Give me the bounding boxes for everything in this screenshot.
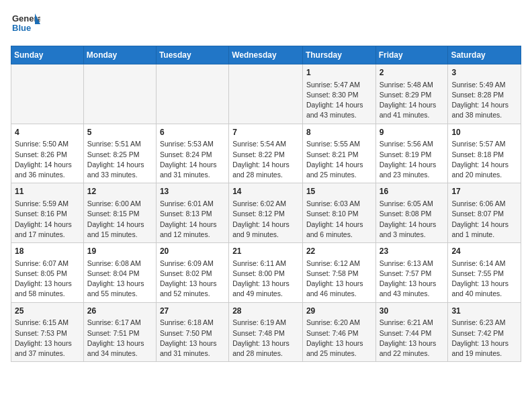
weekday-header-monday: Monday bbox=[83, 46, 156, 64]
day-detail: Sunrise: 6:07 AMSunset: 8:05 PMDaylight:… bbox=[15, 259, 81, 300]
day-detail: Sunrise: 6:21 AMSunset: 7:44 PMDaylight:… bbox=[380, 318, 445, 359]
calendar-cell: 13Sunrise: 6:01 AMSunset: 8:13 PMDayligh… bbox=[156, 183, 228, 243]
calendar-cell: 17Sunrise: 6:06 AMSunset: 8:07 PMDayligh… bbox=[448, 183, 521, 243]
svg-text:Blue: Blue bbox=[12, 23, 31, 33]
day-detail: Sunrise: 5:56 AMSunset: 8:19 PMDaylight:… bbox=[380, 139, 445, 180]
weekday-header-saturday: Saturday bbox=[448, 46, 521, 64]
day-detail: Sunrise: 6:12 AMSunset: 7:58 PMDaylight:… bbox=[306, 259, 373, 300]
day-detail: Sunrise: 6:15 AMSunset: 7:53 PMDaylight:… bbox=[15, 318, 81, 359]
calendar-cell: 23Sunrise: 6:13 AMSunset: 7:57 PMDayligh… bbox=[375, 243, 448, 303]
calendar-cell: 19Sunrise: 6:08 AMSunset: 8:04 PMDayligh… bbox=[83, 243, 156, 303]
calendar-week-row: 1Sunrise: 5:47 AMSunset: 8:30 PMDaylight… bbox=[11, 64, 521, 124]
day-detail: Sunrise: 5:50 AMSunset: 8:26 PMDaylight:… bbox=[15, 139, 81, 180]
weekday-header-thursday: Thursday bbox=[302, 46, 375, 64]
day-number: 8 bbox=[306, 127, 373, 138]
day-number: 28 bbox=[232, 306, 300, 317]
day-number: 6 bbox=[160, 127, 226, 138]
day-detail: Sunrise: 6:20 AMSunset: 7:46 PMDaylight:… bbox=[306, 318, 373, 359]
calendar-cell: 31Sunrise: 6:23 AMSunset: 7:42 PMDayligh… bbox=[448, 302, 521, 362]
day-detail: Sunrise: 6:00 AMSunset: 8:15 PMDaylight:… bbox=[87, 199, 153, 240]
weekday-header-friday: Friday bbox=[375, 46, 448, 64]
day-detail: Sunrise: 5:54 AMSunset: 8:22 PMDaylight:… bbox=[232, 139, 300, 180]
day-detail: Sunrise: 6:13 AMSunset: 7:57 PMDaylight:… bbox=[380, 259, 445, 300]
calendar-cell: 3Sunrise: 5:49 AMSunset: 8:28 PMDaylight… bbox=[448, 64, 521, 124]
day-detail: Sunrise: 6:11 AMSunset: 8:00 PMDaylight:… bbox=[232, 259, 300, 300]
calendar-cell: 22Sunrise: 6:12 AMSunset: 7:58 PMDayligh… bbox=[302, 243, 375, 303]
calendar-cell: 15Sunrise: 6:03 AMSunset: 8:10 PMDayligh… bbox=[302, 183, 375, 243]
day-detail: Sunrise: 5:51 AMSunset: 8:25 PMDaylight:… bbox=[87, 139, 153, 180]
day-number: 2 bbox=[380, 67, 445, 79]
day-detail: Sunrise: 6:18 AMSunset: 7:50 PMDaylight:… bbox=[160, 318, 226, 359]
day-number: 23 bbox=[380, 246, 445, 257]
calendar-cell: 18Sunrise: 6:07 AMSunset: 8:05 PMDayligh… bbox=[11, 243, 84, 303]
day-number: 24 bbox=[451, 246, 518, 257]
day-detail: Sunrise: 6:19 AMSunset: 7:48 PMDaylight:… bbox=[232, 318, 300, 359]
calendar-cell: 9Sunrise: 5:56 AMSunset: 8:19 PMDaylight… bbox=[375, 124, 448, 183]
day-number: 18 bbox=[15, 246, 81, 257]
day-detail: Sunrise: 6:17 AMSunset: 7:51 PMDaylight:… bbox=[87, 318, 153, 359]
day-detail: Sunrise: 6:08 AMSunset: 8:04 PMDaylight:… bbox=[87, 259, 153, 300]
calendar-cell: 8Sunrise: 5:55 AMSunset: 8:21 PMDaylight… bbox=[302, 124, 375, 183]
day-number: 30 bbox=[380, 306, 445, 317]
day-number: 11 bbox=[15, 186, 81, 197]
day-detail: Sunrise: 6:02 AMSunset: 8:12 PMDaylight:… bbox=[232, 199, 300, 240]
day-number: 26 bbox=[87, 306, 153, 317]
calendar-cell: 29Sunrise: 6:20 AMSunset: 7:46 PMDayligh… bbox=[302, 302, 375, 362]
calendar-cell: 20Sunrise: 6:09 AMSunset: 8:02 PMDayligh… bbox=[156, 243, 228, 303]
calendar-cell: 1Sunrise: 5:47 AMSunset: 8:30 PMDaylight… bbox=[302, 64, 375, 124]
day-number: 10 bbox=[451, 127, 518, 138]
calendar-cell: 6Sunrise: 5:53 AMSunset: 8:24 PMDaylight… bbox=[156, 124, 228, 183]
calendar-cell: 11Sunrise: 5:59 AMSunset: 8:16 PMDayligh… bbox=[11, 183, 84, 243]
day-detail: Sunrise: 5:53 AMSunset: 8:24 PMDaylight:… bbox=[160, 139, 226, 180]
calendar-cell: 12Sunrise: 6:00 AMSunset: 8:15 PMDayligh… bbox=[83, 183, 156, 243]
day-number: 3 bbox=[451, 67, 518, 79]
day-number: 5 bbox=[87, 127, 153, 138]
day-number: 9 bbox=[380, 127, 445, 138]
calendar-cell bbox=[11, 64, 84, 124]
calendar-table: SundayMondayTuesdayWednesdayThursdayFrid… bbox=[11, 46, 521, 362]
logo-icon: General Blue bbox=[11, 11, 40, 38]
day-number: 27 bbox=[160, 306, 226, 317]
calendar-cell bbox=[229, 64, 303, 124]
calendar-cell: 26Sunrise: 6:17 AMSunset: 7:51 PMDayligh… bbox=[83, 302, 156, 362]
weekday-header-tuesday: Tuesday bbox=[156, 46, 228, 64]
day-detail: Sunrise: 6:06 AMSunset: 8:07 PMDaylight:… bbox=[451, 199, 518, 240]
day-number: 4 bbox=[15, 127, 81, 138]
logo: General Blue bbox=[11, 11, 40, 38]
calendar-cell: 14Sunrise: 6:02 AMSunset: 8:12 PMDayligh… bbox=[229, 183, 303, 243]
day-detail: Sunrise: 6:03 AMSunset: 8:10 PMDaylight:… bbox=[306, 199, 373, 240]
day-detail: Sunrise: 5:49 AMSunset: 8:28 PMDaylight:… bbox=[451, 80, 518, 121]
calendar-week-row: 18Sunrise: 6:07 AMSunset: 8:05 PMDayligh… bbox=[11, 243, 521, 303]
day-detail: Sunrise: 6:01 AMSunset: 8:13 PMDaylight:… bbox=[160, 199, 226, 240]
day-number: 29 bbox=[306, 306, 373, 317]
day-number: 12 bbox=[87, 186, 153, 197]
calendar-cell: 21Sunrise: 6:11 AMSunset: 8:00 PMDayligh… bbox=[229, 243, 303, 303]
calendar-cell: 2Sunrise: 5:48 AMSunset: 8:29 PMDaylight… bbox=[375, 64, 448, 124]
day-number: 7 bbox=[232, 127, 300, 138]
calendar-cell bbox=[156, 64, 228, 124]
day-number: 16 bbox=[380, 186, 445, 197]
day-number: 19 bbox=[87, 246, 153, 257]
calendar-cell: 25Sunrise: 6:15 AMSunset: 7:53 PMDayligh… bbox=[11, 302, 84, 362]
day-number: 25 bbox=[15, 306, 81, 317]
calendar-cell: 27Sunrise: 6:18 AMSunset: 7:50 PMDayligh… bbox=[156, 302, 228, 362]
day-detail: Sunrise: 5:55 AMSunset: 8:21 PMDaylight:… bbox=[306, 139, 373, 180]
calendar-cell: 16Sunrise: 6:05 AMSunset: 8:08 PMDayligh… bbox=[375, 183, 448, 243]
day-detail: Sunrise: 6:05 AMSunset: 8:08 PMDaylight:… bbox=[380, 199, 445, 240]
day-detail: Sunrise: 5:57 AMSunset: 8:18 PMDaylight:… bbox=[451, 139, 518, 180]
day-number: 14 bbox=[232, 186, 300, 197]
day-number: 15 bbox=[306, 186, 373, 197]
day-number: 21 bbox=[232, 246, 300, 257]
calendar-cell bbox=[83, 64, 156, 124]
calendar-cell: 4Sunrise: 5:50 AMSunset: 8:26 PMDaylight… bbox=[11, 124, 84, 183]
day-number: 13 bbox=[160, 186, 226, 197]
day-number: 31 bbox=[451, 306, 518, 317]
calendar-week-row: 4Sunrise: 5:50 AMSunset: 8:26 PMDaylight… bbox=[11, 124, 521, 183]
day-number: 22 bbox=[306, 246, 373, 257]
calendar-week-row: 11Sunrise: 5:59 AMSunset: 8:16 PMDayligh… bbox=[11, 183, 521, 243]
day-number: 1 bbox=[306, 67, 373, 79]
calendar-cell: 28Sunrise: 6:19 AMSunset: 7:48 PMDayligh… bbox=[229, 302, 303, 362]
calendar-cell: 10Sunrise: 5:57 AMSunset: 8:18 PMDayligh… bbox=[448, 124, 521, 183]
day-number: 17 bbox=[451, 186, 518, 197]
calendar-cell: 30Sunrise: 6:21 AMSunset: 7:44 PMDayligh… bbox=[375, 302, 448, 362]
